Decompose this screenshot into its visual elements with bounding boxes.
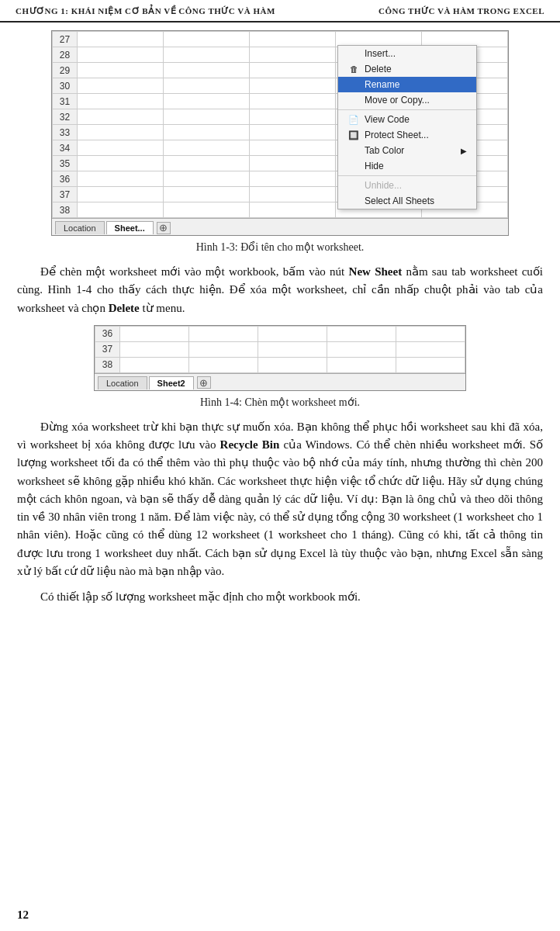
data-cell xyxy=(327,341,396,357)
row-number: 27 xyxy=(53,32,78,47)
menu-item-label: Select All Sheets xyxy=(365,196,434,206)
menu-item-delete[interactable]: 🗑Delete xyxy=(338,61,476,77)
figure1-caption: Hình 1-3: Đổi tên cho một worksheet. xyxy=(17,241,543,254)
data-cell xyxy=(78,125,164,140)
menu-item-label: Delete xyxy=(365,64,392,74)
row-number: 36 xyxy=(53,171,78,187)
row-number: 35 xyxy=(53,156,78,171)
data-cell xyxy=(164,187,250,202)
header-left: Chương 1: Khái niệm cơ bản về công thức … xyxy=(16,6,275,16)
excel-tabbar-1: Location Sheet... ⊕ xyxy=(52,218,508,235)
data-cell xyxy=(78,140,164,156)
data-cell xyxy=(396,357,465,372)
data-cell xyxy=(250,94,336,109)
page-content: 272829303132333435363738 Insert...🗑Delet… xyxy=(0,30,560,629)
tab-sheet1[interactable]: Sheet... xyxy=(106,221,154,234)
menu-item-insert---[interactable]: Insert... xyxy=(338,46,476,61)
data-cell xyxy=(78,32,164,47)
menu-item-select-all-sheets[interactable]: Select All Sheets xyxy=(338,193,476,209)
data-cell xyxy=(78,187,164,202)
data-cell xyxy=(250,125,336,140)
paragraph3: Có thiết lập số lượng worksheet mặc định… xyxy=(17,588,543,606)
data-cell xyxy=(164,171,250,187)
tab-add-2[interactable]: ⊕ xyxy=(197,376,211,389)
data-cell xyxy=(189,326,258,341)
figure1-excel: 272829303132333435363738 Insert...🗑Delet… xyxy=(51,30,509,236)
menu-item-label: Tab Color xyxy=(365,145,404,156)
menu-item-label: Unhide... xyxy=(365,180,402,191)
menu-item-label: Protect Sheet... xyxy=(365,130,429,140)
data-cell xyxy=(78,47,164,63)
row-number: 31 xyxy=(53,94,78,109)
menu-item-icon: 🔲 xyxy=(347,130,360,140)
data-cell xyxy=(78,109,164,125)
bold-delete: Delete xyxy=(109,302,140,314)
page-number: 12 xyxy=(17,909,29,922)
data-cell xyxy=(164,32,250,47)
menu-item-label: Insert... xyxy=(365,48,396,59)
data-cell xyxy=(78,63,164,78)
data-cell xyxy=(164,78,250,94)
menu-item-icon: 📄 xyxy=(347,115,360,125)
menu-item-protect-sheet---[interactable]: 🔲Protect Sheet... xyxy=(338,127,476,143)
row-number: 33 xyxy=(53,125,78,140)
data-cell xyxy=(258,341,327,357)
row-number: 36 xyxy=(95,326,120,341)
tab-sheet2[interactable]: Sheet2 xyxy=(149,376,194,389)
page-header: Chương 1: Khái niệm cơ bản về công thức … xyxy=(0,0,560,22)
table-row: 38 xyxy=(95,357,465,372)
bold-new-sheet: New Sheet xyxy=(349,265,403,278)
data-cell xyxy=(258,357,327,372)
menu-item-label: View Code xyxy=(365,114,410,125)
data-cell xyxy=(78,78,164,94)
data-cell xyxy=(164,202,250,218)
row-number: 30 xyxy=(53,78,78,94)
data-cell xyxy=(250,32,336,47)
context-menu[interactable]: Insert...🗑DeleteRenameMove or Copy...📄Vi… xyxy=(337,45,477,209)
tab-location-1[interactable]: Location xyxy=(55,221,105,234)
data-cell xyxy=(164,63,250,78)
row-number: 37 xyxy=(53,187,78,202)
data-cell xyxy=(250,156,336,171)
menu-item-view-code[interactable]: 📄View Code xyxy=(338,112,476,127)
figure2-excel: 363738 Location Sheet2 ⊕ xyxy=(94,325,466,391)
data-cell xyxy=(250,63,336,78)
row-number: 37 xyxy=(95,341,120,357)
data-cell xyxy=(396,326,465,341)
menu-item-rename[interactable]: Rename xyxy=(338,77,476,92)
data-cell xyxy=(78,202,164,218)
data-cell xyxy=(189,357,258,372)
data-cell xyxy=(78,156,164,171)
data-cell xyxy=(250,171,336,187)
tab-location-2[interactable]: Location xyxy=(98,376,147,389)
data-cell xyxy=(327,357,396,372)
data-cell xyxy=(164,47,250,63)
menu-item-icon: 🗑 xyxy=(347,64,360,74)
row-number: 38 xyxy=(95,357,120,372)
data-cell xyxy=(189,341,258,357)
menu-item-hide[interactable]: Hide xyxy=(338,158,476,174)
menu-item-tab-color[interactable]: Tab Color▶ xyxy=(338,143,476,158)
tab-add-1[interactable]: ⊕ xyxy=(157,222,171,234)
bold-recycle: Recycle Bin xyxy=(220,438,280,451)
data-cell xyxy=(250,78,336,94)
data-cell xyxy=(164,94,250,109)
data-cell xyxy=(164,125,250,140)
table-row: 37 xyxy=(95,341,465,357)
data-cell xyxy=(250,187,336,202)
data-cell xyxy=(164,140,250,156)
row-number: 32 xyxy=(53,109,78,125)
data-cell xyxy=(78,94,164,109)
menu-separator xyxy=(338,109,476,110)
menu-item-label: Move or Copy... xyxy=(365,95,430,106)
data-cell xyxy=(120,341,189,357)
menu-item-label: Hide xyxy=(365,161,384,171)
menu-item-move-or-copy---[interactable]: Move or Copy... xyxy=(338,92,476,108)
row-number: 38 xyxy=(53,202,78,218)
menu-item-unhide---: Unhide... xyxy=(338,178,476,193)
data-cell xyxy=(120,357,189,372)
data-cell xyxy=(250,140,336,156)
data-cell xyxy=(327,326,396,341)
table-row: 36 xyxy=(95,326,465,341)
data-cell xyxy=(164,156,250,171)
